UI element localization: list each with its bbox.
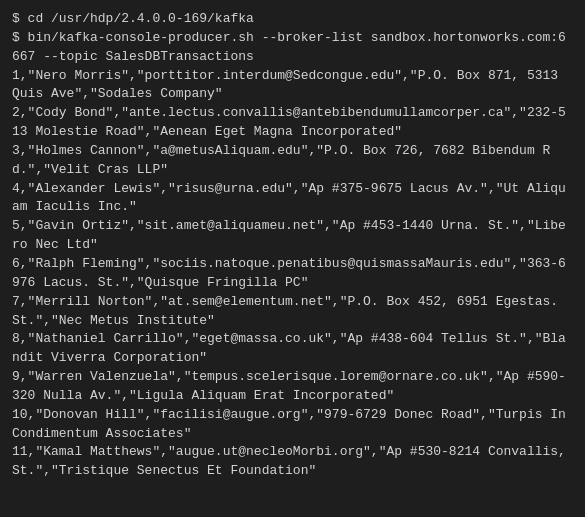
data-line: 8,"Nathaniel Carrillo","eget@massa.co.uk… <box>12 330 573 368</box>
data-line: 9,"Warren Valenzuela","tempus.scelerisqu… <box>12 368 573 406</box>
data-line: 6,"Ralph Fleming","sociis.natoque.penati… <box>12 255 573 293</box>
command-line: $ cd /usr/hdp/2.4.0.0-169/kafka <box>12 10 573 29</box>
data-line: 4,"Alexander Lewis","risus@urna.edu","Ap… <box>12 180 573 218</box>
data-line: 3,"Holmes Cannon","a@metusAliquam.edu","… <box>12 142 573 180</box>
data-line: 1,"Nero Morris","porttitor.interdum@Sedc… <box>12 67 573 105</box>
command-line: $ bin/kafka-console-producer.sh --broker… <box>12 29 573 67</box>
data-line: 7,"Merrill Norton","at.sem@elementum.net… <box>12 293 573 331</box>
data-line: 11,"Kamal Matthews","augue.ut@necleoMorb… <box>12 443 573 481</box>
data-line: 2,"Cody Bond","ante.lectus.convallis@ant… <box>12 104 573 142</box>
terminal-window: $ cd /usr/hdp/2.4.0.0-169/kafka$ bin/kaf… <box>0 0 585 517</box>
data-line: 5,"Gavin Ortiz","sit.amet@aliquameu.net"… <box>12 217 573 255</box>
data-line: 10,"Donovan Hill","facilisi@augue.org","… <box>12 406 573 444</box>
